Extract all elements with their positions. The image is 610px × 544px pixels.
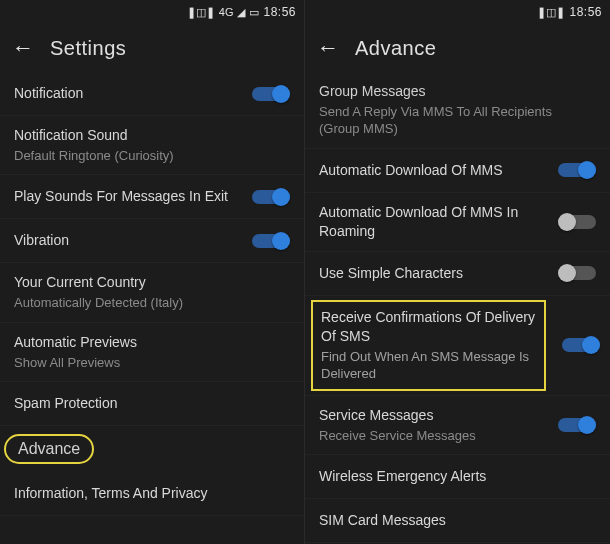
- advance-list: Group Messages Send A Reply Via MMS To A…: [305, 72, 610, 544]
- row-vibration[interactable]: Vibration: [0, 219, 304, 263]
- highlight-advance: Advance: [4, 434, 94, 464]
- switch-play-sounds[interactable]: [252, 188, 290, 206]
- back-icon[interactable]: ←: [317, 37, 339, 59]
- label-notif-sound: Notification Sound: [14, 126, 282, 145]
- sub-notif-sound: Default Ringtone (Curiosity): [14, 147, 282, 165]
- label-delivery: Receive Confirmations Of Delivery Of SMS: [321, 308, 536, 346]
- label-vibration: Vibration: [14, 231, 244, 250]
- label-group-messages: Group Messages: [319, 82, 588, 101]
- switch-auto-mms[interactable]: [558, 161, 596, 179]
- switch-vibration[interactable]: [252, 232, 290, 250]
- sub-group-messages: Send A Reply Via MMS To All Recipients (…: [319, 103, 588, 138]
- topbar-right: ← Advance: [305, 24, 610, 72]
- battery-icon: ▭: [249, 6, 259, 19]
- status-bar-right: ❚◫❚ 18:56: [305, 0, 610, 24]
- switch-service-messages[interactable]: [558, 416, 596, 434]
- switch-simple-chars[interactable]: [558, 264, 596, 282]
- label-auto-previews: Automatic Previews: [14, 333, 282, 352]
- row-group-messages[interactable]: Group Messages Send A Reply Via MMS To A…: [305, 72, 610, 149]
- label-notification: Notification: [14, 84, 244, 103]
- vibrate-icon: ❚◫❚: [537, 6, 565, 19]
- settings-list: Notification Notification Sound Default …: [0, 72, 304, 544]
- switch-auto-mms-roaming[interactable]: [558, 213, 596, 231]
- switch-notification[interactable]: [252, 85, 290, 103]
- row-sim-messages[interactable]: SIM Card Messages: [305, 499, 610, 543]
- row-service-messages[interactable]: Service Messages Receive Service Message…: [305, 396, 610, 455]
- status-bar-left: ❚◫❚ 4G ◢ ▭ 18:56: [0, 0, 304, 24]
- row-simple-chars[interactable]: Use Simple Characters: [305, 252, 610, 296]
- signal-icon: ◢: [237, 6, 245, 19]
- data-4g-icon: 4G: [219, 6, 234, 18]
- back-icon[interactable]: ←: [12, 37, 34, 59]
- label-simple-chars: Use Simple Characters: [319, 264, 550, 283]
- topbar-left: ← Settings: [0, 24, 304, 72]
- settings-panel: ❚◫❚ 4G ◢ ▭ 18:56 ← Settings Notification…: [0, 0, 305, 544]
- row-auto-mms-roaming[interactable]: Automatic Download Of MMS In Roaming: [305, 193, 610, 252]
- label-sim: SIM Card Messages: [319, 511, 588, 530]
- row-spam[interactable]: Spam Protection: [0, 382, 304, 426]
- label-emergency: Wireless Emergency Alerts: [319, 467, 588, 486]
- highlight-delivery: Receive Confirmations Of Delivery Of SMS…: [311, 300, 546, 391]
- row-advance[interactable]: Advance: [0, 426, 304, 472]
- label-auto-mms-roaming: Automatic Download Of MMS In Roaming: [319, 203, 550, 241]
- sub-auto-previews: Show All Previews: [14, 354, 282, 372]
- label-country: Your Current Country: [14, 273, 282, 292]
- page-title: Settings: [50, 37, 126, 60]
- label-auto-mms: Automatic Download Of MMS: [319, 161, 550, 180]
- label-advance: Advance: [18, 440, 80, 457]
- row-notification[interactable]: Notification: [0, 72, 304, 116]
- vibrate-icon: ❚◫❚: [187, 6, 215, 19]
- sub-service-messages: Receive Service Messages: [319, 427, 550, 445]
- row-auto-mms[interactable]: Automatic Download Of MMS: [305, 149, 610, 193]
- label-spam: Spam Protection: [14, 394, 282, 413]
- status-clock: 18:56: [569, 5, 602, 19]
- row-info[interactable]: Information, Terms And Privacy: [0, 472, 304, 516]
- sub-delivery: Find Out When An SMS Message Is Delivere…: [321, 348, 536, 383]
- row-play-sounds[interactable]: Play Sounds For Messages In Exit: [0, 175, 304, 219]
- sub-country: Automatically Detected (Italy): [14, 294, 282, 312]
- label-info: Information, Terms And Privacy: [14, 484, 282, 503]
- advance-panel: ❚◫❚ 18:56 ← Advance Group Messages Send …: [305, 0, 610, 544]
- label-play-sounds: Play Sounds For Messages In Exit: [14, 187, 244, 206]
- row-country[interactable]: Your Current Country Automatically Detec…: [0, 263, 304, 322]
- switch-delivery[interactable]: [562, 336, 600, 354]
- row-notification-sound[interactable]: Notification Sound Default Ringtone (Cur…: [0, 116, 304, 175]
- status-clock: 18:56: [263, 5, 296, 19]
- row-auto-previews[interactable]: Automatic Previews Show All Previews: [0, 323, 304, 382]
- row-emergency-alerts[interactable]: Wireless Emergency Alerts: [305, 455, 610, 499]
- page-title: Advance: [355, 37, 436, 60]
- label-service-messages: Service Messages: [319, 406, 550, 425]
- row-delivery-confirm[interactable]: Receive Confirmations Of Delivery Of SMS…: [305, 296, 610, 396]
